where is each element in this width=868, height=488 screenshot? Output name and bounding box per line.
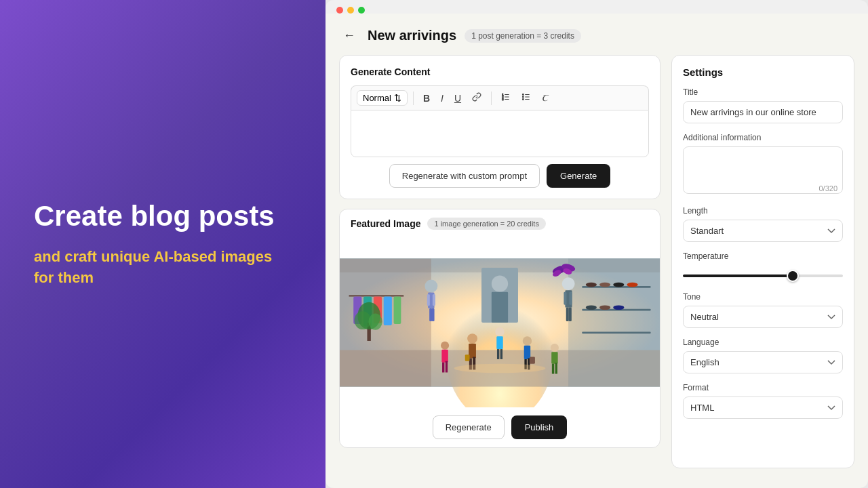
featured-image-svg xyxy=(340,238,660,407)
svg-rect-54 xyxy=(500,349,502,359)
hero-subtext: and craft unique AI-based images for the… xyxy=(34,247,292,289)
svg-point-69 xyxy=(551,344,559,352)
additional-info-label: Additional information xyxy=(683,133,843,142)
tone-select[interactable]: Neutral Formal Casual Friendly Professio… xyxy=(683,306,843,328)
credits-badge: 1 post generation = 3 credits xyxy=(465,29,581,43)
language-select[interactable]: English Spanish French German Italian xyxy=(683,351,843,373)
svg-text:3: 3 xyxy=(502,98,504,101)
svg-rect-40 xyxy=(432,308,435,321)
length-select[interactable]: Standart Short Long xyxy=(683,220,843,242)
bold-button[interactable]: B xyxy=(419,91,434,106)
svg-rect-59 xyxy=(465,354,470,361)
svg-point-30 xyxy=(613,283,624,287)
textarea-wrap: 0/320 xyxy=(683,146,843,197)
additional-info-field-group: Additional information 0/320 xyxy=(683,133,843,197)
svg-rect-24 xyxy=(568,259,660,387)
format-label: Format xyxy=(683,383,843,392)
generate-button[interactable]: Generate xyxy=(547,164,610,188)
format-select[interactable]: HTML Markdown Plain text xyxy=(683,396,843,419)
svg-rect-22 xyxy=(384,297,392,325)
editor-toolbar: Normal ⇅ B I U xyxy=(351,85,649,110)
generate-content-card: Generate Content Normal ⇅ B I U xyxy=(339,55,660,199)
app-content: ← New arrivings 1 post generation = 3 cr… xyxy=(326,14,868,488)
title-input[interactable] xyxy=(683,101,843,123)
svg-rect-44 xyxy=(569,292,572,305)
featured-image-container xyxy=(340,238,660,407)
page-header: ← New arrivings 1 post generation = 3 cr… xyxy=(339,27,854,44)
right-panel: ← New arrivings 1 post generation = 3 cr… xyxy=(326,0,868,488)
regenerate-custom-button[interactable]: Regenerate with custom prompt xyxy=(389,164,540,188)
language-label: Language xyxy=(683,338,843,347)
format-field-group: Format HTML Markdown Plain text xyxy=(683,383,843,419)
svg-point-80 xyxy=(454,364,546,373)
featured-image-card: Featured Image 1 image generation = 20 c… xyxy=(339,209,660,448)
svg-point-11 xyxy=(523,99,524,100)
page-title: New arrivings xyxy=(368,28,456,43)
format-arrow: ⇅ xyxy=(394,93,401,103)
svg-point-31 xyxy=(627,283,637,287)
content-action-row: Regenerate with custom prompt Generate xyxy=(351,164,649,188)
svg-rect-68 xyxy=(446,361,448,373)
left-panel: Create blog posts and craft unique AI-ba… xyxy=(0,0,326,488)
svg-point-76 xyxy=(368,314,382,330)
hero-headline: Create blog posts xyxy=(34,199,292,233)
image-action-row: Regenerate Publish xyxy=(340,407,660,447)
publish-button[interactable]: Publish xyxy=(511,415,568,439)
toolbar-divider-1 xyxy=(413,92,414,105)
format-selector[interactable]: Normal ⇅ xyxy=(357,90,408,106)
svg-rect-67 xyxy=(442,363,444,373)
editor-area[interactable] xyxy=(351,110,649,157)
link-button[interactable] xyxy=(468,90,486,106)
temperature-slider[interactable] xyxy=(683,274,843,277)
svg-rect-56 xyxy=(469,344,476,359)
svg-point-60 xyxy=(523,336,532,345)
temperature-label: Temperature xyxy=(683,251,843,261)
language-field-group: Language English Spanish French German I… xyxy=(683,338,843,373)
clear-format-button[interactable]: Ꞇ xyxy=(538,91,552,106)
svg-rect-70 xyxy=(551,352,557,364)
browser-chrome xyxy=(326,0,868,14)
browser-dot-green xyxy=(358,7,365,14)
slider-container xyxy=(683,265,843,283)
italic-button[interactable]: I xyxy=(437,91,448,106)
browser-dot-red xyxy=(336,7,343,14)
svg-point-28 xyxy=(586,283,597,287)
length-field-group: Length Standart Short Long xyxy=(683,206,843,242)
svg-point-55 xyxy=(467,333,477,344)
svg-point-10 xyxy=(523,96,524,98)
svg-point-65 xyxy=(441,342,449,350)
svg-rect-46 xyxy=(569,308,572,321)
unordered-list-button[interactable] xyxy=(517,90,535,106)
featured-image-header: Featured Image 1 image generation = 20 c… xyxy=(340,209,660,238)
svg-point-35 xyxy=(425,280,437,293)
svg-point-29 xyxy=(599,283,610,287)
browser-dot-yellow xyxy=(347,7,354,14)
svg-rect-18 xyxy=(349,296,403,297)
svg-rect-72 xyxy=(555,363,557,373)
back-button[interactable]: ← xyxy=(339,27,359,44)
title-label: Title xyxy=(683,87,843,97)
title-field-group: Title xyxy=(683,87,843,123)
image-credits-badge: 1 image generation = 20 credits xyxy=(427,218,545,230)
svg-rect-27 xyxy=(582,331,650,333)
svg-rect-38 xyxy=(433,294,435,306)
svg-point-33 xyxy=(599,305,610,310)
regenerate-image-button[interactable]: Regenerate xyxy=(433,415,505,439)
underline-button[interactable]: U xyxy=(450,91,465,106)
svg-point-41 xyxy=(562,277,575,290)
main-layout: Generate Content Normal ⇅ B I U xyxy=(339,55,854,468)
svg-point-32 xyxy=(586,305,597,310)
toolbar-divider-2 xyxy=(491,92,492,105)
tone-label: Tone xyxy=(683,292,843,302)
generate-content-title: Generate Content xyxy=(351,66,649,77)
svg-rect-61 xyxy=(524,346,530,359)
svg-point-78 xyxy=(492,276,508,292)
svg-rect-79 xyxy=(492,292,508,323)
svg-point-75 xyxy=(355,311,371,329)
temperature-field-group: Temperature xyxy=(683,251,843,283)
svg-point-9 xyxy=(523,94,524,96)
svg-rect-52 xyxy=(496,336,502,349)
svg-point-34 xyxy=(613,305,624,310)
ordered-list-button[interactable]: 1 2 3 xyxy=(497,90,515,106)
svg-rect-53 xyxy=(497,349,499,359)
